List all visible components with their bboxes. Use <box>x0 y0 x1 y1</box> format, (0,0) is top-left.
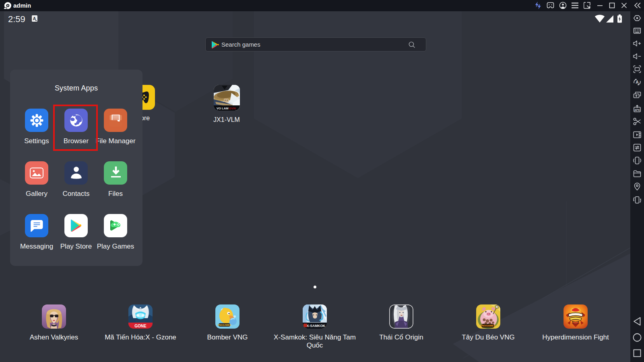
svg-text:APK: APK <box>634 109 640 111</box>
svg-text:VO LAM: VO LAM <box>217 107 229 110</box>
svg-text:VNGGAMES: VNGGAMES <box>480 324 495 327</box>
svg-text:GONE: GONE <box>134 324 147 328</box>
svg-text:X-SAMKOK: X-SAMKOK <box>307 324 326 328</box>
svg-text:VNGGAMES: VNGGAMES <box>218 324 231 326</box>
svg-text:A: A <box>33 16 36 21</box>
svg-text:A: A <box>636 80 639 84</box>
svg-text:GVN: GVN <box>229 107 235 110</box>
